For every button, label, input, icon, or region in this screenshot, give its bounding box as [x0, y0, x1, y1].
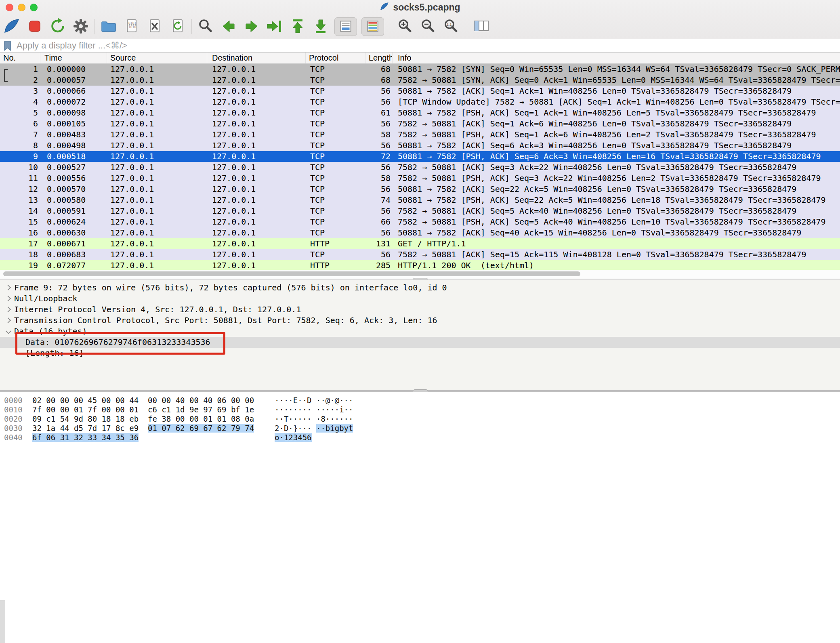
stop-capture-button[interactable]	[25, 17, 44, 36]
detail-line-text: Frame 9: 72 bytes on wire (576 bits), 72…	[14, 282, 447, 293]
close-file-button[interactable]	[145, 17, 164, 36]
expand-chevron-icon[interactable]	[15, 337, 25, 348]
horizontal-scrollbar-thumb[interactable]	[3, 271, 580, 276]
hex-bytes-group[interactable]: c6 c1 1d 9e 97 69 bf 1e	[148, 405, 254, 414]
detail-line[interactable]: Frame 9: 72 bytes on wire (576 bits), 72…	[0, 282, 840, 293]
hex-offset: 0040	[0, 433, 32, 442]
expand-chevron-icon[interactable]	[15, 348, 25, 359]
go-first-packet-button[interactable]	[288, 17, 307, 36]
packet-row[interactable]: 7 0.000483 127.0.0.1 127.0.0.1 TCP 58 75…	[0, 129, 840, 140]
packet-row[interactable]: 4 0.000072 127.0.0.1 127.0.0.1 TCP 56 [T…	[0, 97, 840, 107]
packet-length-cell: 61	[365, 107, 393, 118]
ascii-group[interactable]: ·8······	[316, 414, 353, 423]
ascii-group[interactable]: 2·D·}···	[275, 424, 312, 433]
hex-gap	[139, 396, 148, 405]
packet-row[interactable]: 19 0.072077 127.0.0.1 127.0.0.1 HTTP 285…	[0, 260, 840, 270]
hex-bytes-group[interactable]: fe 38 00 00 01 01 08 0a	[148, 414, 254, 423]
close-window-button[interactable]	[6, 4, 13, 11]
capture-options-button[interactable]	[71, 17, 90, 36]
hex-bytes-group[interactable]: 7f 00 00 01 7f 00 00 01	[32, 405, 139, 414]
ascii-gap	[312, 424, 316, 433]
detail-line[interactable]: [Length: 16]	[0, 348, 840, 359]
expand-chevron-icon[interactable]	[4, 282, 14, 293]
packet-row[interactable]: 5 0.000098 127.0.0.1 127.0.0.1 TCP 61 50…	[0, 107, 840, 118]
column-header-no[interactable]: No.	[0, 53, 40, 63]
ascii-group[interactable]: ····E··D	[275, 396, 312, 405]
zoom-out-button[interactable]	[419, 17, 437, 36]
open-file-button[interactable]	[99, 17, 118, 36]
go-last-packet-button[interactable]	[311, 17, 330, 36]
packet-row[interactable]: 6 0.000105 127.0.0.1 127.0.0.1 TCP 56 75…	[0, 118, 840, 129]
go-back-button[interactable]	[219, 17, 238, 36]
go-to-packet-button[interactable]	[265, 17, 284, 36]
packet-no-cell: 12	[0, 184, 40, 195]
resize-columns-button[interactable]	[472, 17, 491, 36]
hex-bytes-group[interactable]: 6f 06 31 32 33 34 35 36	[32, 433, 139, 442]
packet-protocol-cell: TCP	[306, 75, 365, 86]
ascii-area: ··T····· ·8······	[275, 414, 353, 424]
ascii-group[interactable]: ·····i··	[316, 405, 353, 414]
column-header-info[interactable]: Info	[393, 53, 840, 63]
filter-bookmark-icon[interactable]	[4, 40, 12, 51]
fullscreen-window-button[interactable]	[30, 4, 38, 11]
restart-capture-button[interactable]	[48, 17, 67, 36]
packet-destination-cell: 127.0.0.1	[207, 151, 306, 162]
ascii-group[interactable]: o·123456	[275, 433, 312, 442]
colorize-toggle-button[interactable]	[361, 17, 384, 36]
save-file-button[interactable]: 01011010	[122, 17, 141, 36]
column-header-time[interactable]: Time	[40, 53, 107, 63]
packet-row[interactable]: 13 0.000580 127.0.0.1 127.0.0.1 TCP 74 5…	[0, 195, 840, 206]
packet-row[interactable]: 9 0.000518 127.0.0.1 127.0.0.1 TCP 72 50…	[0, 151, 840, 162]
column-header-source[interactable]: Source	[107, 53, 207, 63]
expand-chevron-icon[interactable]	[4, 326, 14, 337]
packet-row[interactable]: 15 0.000624 127.0.0.1 127.0.0.1 TCP 66 7…	[0, 216, 840, 227]
minimize-window-button[interactable]	[18, 4, 25, 11]
display-filter-input[interactable]	[16, 40, 840, 51]
column-header-protocol[interactable]: Protocol	[306, 53, 365, 63]
packet-source-cell: 127.0.0.1	[107, 260, 207, 270]
packet-row[interactable]: 1 0.000000 127.0.0.1 127.0.0.1 TCP 68 50…	[0, 64, 840, 75]
packet-info-cell: 7582 → 50881 [PSH, ACK] Seq=1 Ack=6 Win=…	[393, 129, 840, 140]
packet-row[interactable]: 16 0.000630 127.0.0.1 127.0.0.1 TCP 56 5…	[0, 227, 840, 238]
detail-line[interactable]: Internet Protocol Version 4, Src: 127.0.…	[0, 304, 840, 315]
expand-chevron-icon[interactable]	[4, 304, 14, 315]
column-header-length[interactable]: Length	[365, 53, 393, 63]
detail-line[interactable]: Transmission Control Protocol, Src Port:…	[0, 315, 840, 326]
packet-time-cell: 0.000072	[40, 97, 107, 107]
detail-line[interactable]: Data: 01076269676279746f06313233343536	[0, 337, 840, 348]
ascii-group[interactable]: ··bigbyt	[316, 424, 353, 433]
expand-chevron-icon[interactable]	[4, 315, 14, 326]
detail-line[interactable]: Null/Loopback	[0, 293, 840, 304]
go-forward-button[interactable]	[242, 17, 261, 36]
packet-row[interactable]: 12 0.000570 127.0.0.1 127.0.0.1 TCP 56 5…	[0, 184, 840, 195]
ascii-group[interactable]: ········	[275, 405, 312, 414]
hex-bytes-group[interactable]: 02 00 00 00 45 00 00 44	[32, 396, 139, 405]
wireshark-button[interactable]	[2, 17, 21, 36]
hex-bytes-group[interactable]: 01 07 62 69 67 62 79 74	[148, 424, 254, 433]
hex-bytes-group[interactable]: 32 1a 44 d5 7d 17 8c e9	[32, 424, 139, 433]
detail-line[interactable]: Data (16 bytes)	[0, 326, 840, 337]
column-header-destination[interactable]: Destination	[207, 53, 306, 63]
packet-row[interactable]: 2 0.000057 127.0.0.1 127.0.0.1 TCP 68 75…	[0, 75, 840, 86]
find-packet-button[interactable]	[196, 17, 215, 36]
packet-row[interactable]: 18 0.000683 127.0.0.1 127.0.0.1 TCP 56 7…	[0, 249, 840, 260]
search-icon	[197, 17, 214, 36]
auto-scroll-toggle-button[interactable]	[334, 17, 357, 36]
packet-length-cell: 56	[365, 86, 393, 97]
packet-row[interactable]: 14 0.000591 127.0.0.1 127.0.0.1 TCP 56 7…	[0, 206, 840, 216]
zoom-100-button[interactable]: 1:1	[442, 17, 460, 36]
ascii-group[interactable]: ··@·@···	[316, 396, 353, 405]
ascii-group[interactable]: ··T·····	[275, 414, 312, 423]
expand-chevron-icon[interactable]	[4, 293, 14, 304]
hex-bytes-group[interactable]: 00 00 40 00 40 06 00 00	[148, 396, 254, 405]
hex-bytes-group[interactable]: 09 c1 54 9d 80 18 18 eb	[32, 414, 139, 423]
packet-row[interactable]: 3 0.000066 127.0.0.1 127.0.0.1 TCP 56 50…	[0, 86, 840, 97]
packet-list-body: 1 0.000000 127.0.0.1 127.0.0.1 TCP 68 50…	[0, 64, 840, 270]
packet-row[interactable]: 8 0.000498 127.0.0.1 127.0.0.1 TCP 56 50…	[0, 140, 840, 151]
packet-row[interactable]: 11 0.000556 127.0.0.1 127.0.0.1 TCP 58 7…	[0, 173, 840, 184]
packet-row[interactable]: 10 0.000527 127.0.0.1 127.0.0.1 TCP 56 7…	[0, 162, 840, 173]
packet-row[interactable]: 17 0.000671 127.0.0.1 127.0.0.1 HTTP 131…	[0, 238, 840, 249]
zoom-in-button[interactable]	[396, 17, 414, 36]
hex-row: 0010 7f 00 00 01 7f 00 00 01 c6 c1 1d 9e…	[0, 405, 840, 414]
reload-file-button[interactable]	[168, 17, 187, 36]
